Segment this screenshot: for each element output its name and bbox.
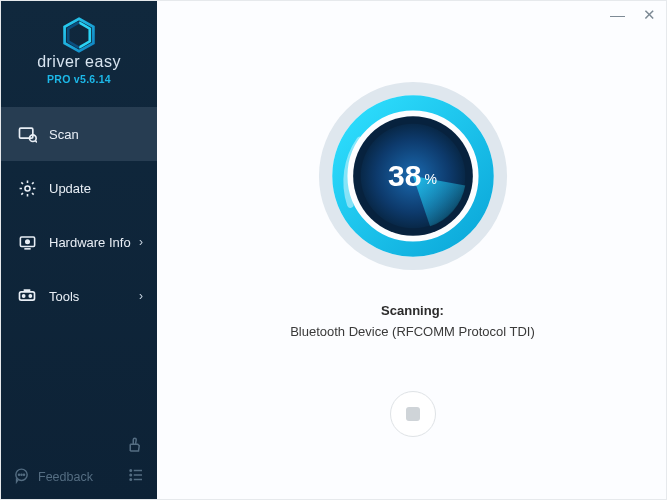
sidebar-nav: Scan Update Hardware Info › xyxy=(1,107,157,323)
list-icon[interactable] xyxy=(127,466,145,487)
sidebar-item-label: Scan xyxy=(49,127,79,142)
app-brand-text: driver easy xyxy=(37,53,121,71)
feedback-label[interactable]: Feedback xyxy=(38,470,93,484)
sidebar-item-update[interactable]: Update xyxy=(1,161,157,215)
scan-status-label: Scanning: xyxy=(381,303,444,318)
scan-percent-value: 38 xyxy=(388,159,421,193)
svg-line-3 xyxy=(35,141,37,143)
stop-icon xyxy=(406,407,420,421)
chat-icon[interactable] xyxy=(13,467,30,487)
hardware-info-icon xyxy=(17,233,37,252)
scan-progress-gauge: 38 % xyxy=(318,81,508,271)
sidebar-item-label: Update xyxy=(49,181,91,196)
thumbs-up-icon[interactable] xyxy=(125,436,143,458)
svg-point-4 xyxy=(24,185,29,190)
scan-percent: 38 % xyxy=(318,81,508,271)
svg-point-15 xyxy=(130,470,132,472)
svg-point-13 xyxy=(21,474,22,475)
sidebar-item-label: Hardware Info xyxy=(49,235,131,250)
chevron-right-icon: › xyxy=(139,289,143,303)
sidebar-item-scan[interactable]: Scan xyxy=(1,107,157,161)
svg-rect-1 xyxy=(20,128,33,138)
app-logo-icon xyxy=(60,17,98,53)
percent-sign: % xyxy=(424,171,436,187)
sidebar-item-tools[interactable]: Tools › xyxy=(1,269,157,323)
scan-icon xyxy=(17,124,37,144)
app-version-text: PRO v5.6.14 xyxy=(47,73,111,85)
svg-point-10 xyxy=(29,295,31,297)
sidebar-item-label: Tools xyxy=(49,289,79,304)
svg-point-19 xyxy=(130,479,132,481)
app-logo-block: driver easy PRO v5.6.14 xyxy=(1,1,157,101)
scan-current-target: Bluetooth Device (RFCOMM Protocol TDI) xyxy=(290,324,535,339)
svg-point-17 xyxy=(130,474,132,476)
sidebar: driver easy PRO v5.6.14 Scan Update xyxy=(1,1,157,500)
svg-point-6 xyxy=(25,239,28,242)
gear-icon xyxy=(17,179,37,198)
stop-scan-button[interactable] xyxy=(390,391,436,437)
sidebar-item-hardware-info[interactable]: Hardware Info › xyxy=(1,215,157,269)
main-content: 38 % Scanning: Bluetooth Device (RFCOMM … xyxy=(157,1,667,500)
svg-point-9 xyxy=(23,295,25,297)
svg-point-12 xyxy=(18,474,19,475)
chevron-right-icon: › xyxy=(139,235,143,249)
tools-icon xyxy=(17,286,37,306)
sidebar-footer: Feedback xyxy=(1,430,157,500)
svg-point-14 xyxy=(23,474,24,475)
